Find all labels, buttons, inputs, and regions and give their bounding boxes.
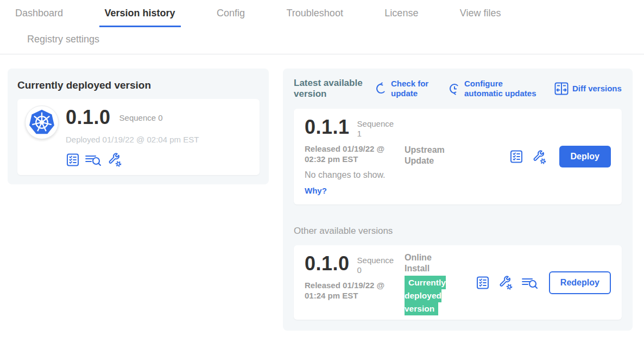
latest-version-sequence: Sequence 1	[357, 119, 401, 139]
online-install-label: Online Install	[405, 252, 448, 274]
currently-deployed-panel: Currently deployed version 0.1.0 Sequenc…	[8, 69, 269, 184]
app-logo	[25, 105, 59, 139]
tab-registry-settings[interactable]: Registry settings	[22, 34, 105, 45]
check-for-update-label: Check for update	[391, 79, 432, 98]
latest-version-number: 0.1.1	[305, 117, 350, 137]
tab-troubleshoot[interactable]: Troubleshoot	[281, 8, 349, 26]
latest-released-timestamp: Released 01/19/22 @ 02:32 pm EST	[305, 144, 392, 164]
latest-version-actions: Deploy	[509, 146, 611, 167]
upstream-update-label: Upstream Update	[405, 145, 448, 166]
no-changes-text: No changes to show.	[305, 170, 611, 180]
top-navigation: Dashboard Version history Config Trouble…	[0, 0, 644, 54]
latest-version-source: Upstream Update	[405, 145, 475, 166]
refresh-icon	[375, 82, 387, 95]
diff-versions-label: Diff versions	[572, 84, 622, 94]
other-version-sequence: Sequence 0	[357, 256, 401, 275]
tabs-row-2: Registry settings	[0, 27, 644, 54]
available-versions-panel: Latest available version Check for updat…	[283, 69, 633, 331]
deploy-logs-icon[interactable]	[85, 153, 102, 167]
other-version-source: Online Install Currently deployed versio…	[405, 252, 475, 315]
config-edit-icon[interactable]	[107, 152, 123, 167]
current-version-info: 0.1.0 Sequence 0 Deployed 01/19/22 @ 02:…	[66, 105, 199, 167]
deployed-timestamp: Deployed 01/19/22 @ 02:04 pm EST	[66, 135, 199, 144]
tab-view-files[interactable]: View files	[454, 8, 507, 26]
config-edit-icon[interactable]	[532, 149, 547, 165]
tab-version-history[interactable]: Version history	[99, 8, 181, 27]
preflight-checks-icon[interactable]	[476, 276, 490, 290]
currently-deployed-badge-wrap: Currently deployed version	[405, 276, 452, 315]
other-released-timestamp: Released 01/19/22 @ 01:24 pm EST	[305, 280, 392, 301]
latest-version-header: Latest available version Check for updat…	[294, 78, 622, 100]
config-edit-icon[interactable]	[498, 275, 514, 290]
latest-version-title: Latest available version	[294, 78, 371, 100]
tab-license[interactable]: License	[379, 8, 424, 26]
currently-deployed-title: Currently deployed version	[17, 79, 260, 91]
preflight-checks-icon[interactable]	[509, 150, 523, 164]
other-version-number: 0.1.0	[305, 254, 350, 274]
diff-versions-link[interactable]: Diff versions	[554, 82, 622, 95]
redeploy-button[interactable]: Redeploy	[549, 271, 611, 294]
kubernetes-icon	[28, 109, 55, 136]
preflight-checks-icon[interactable]	[66, 153, 80, 167]
other-version-actions: Redeploy	[476, 271, 611, 294]
configure-automatic-updates-label: Configure automatic updates	[464, 79, 541, 98]
main-content: Currently deployed version 0.1.0 Sequenc…	[0, 54, 644, 331]
current-sequence: Sequence 0	[119, 113, 163, 123]
tab-config[interactable]: Config	[211, 8, 250, 26]
latest-version-card: 0.1.1 Sequence 1 Released 01/19/22 @ 02:…	[294, 109, 622, 204]
other-version-card: 0.1.0 Sequence 0 Released 01/19/22 @ 01:…	[294, 245, 622, 320]
current-version-actions	[66, 152, 199, 167]
currently-deployed-badge: Currently deployed version	[405, 276, 446, 315]
other-versions-header: Other available versions	[294, 226, 622, 237]
tabs-row-1: Dashboard Version history Config Trouble…	[0, 8, 644, 27]
currently-deployed-card: 0.1.0 Sequence 0 Deployed 01/19/22 @ 02:…	[17, 99, 260, 175]
why-link[interactable]: Why?	[305, 186, 611, 195]
current-version-number: 0.1.0	[66, 108, 111, 127]
auto-update-icon	[449, 82, 460, 95]
configure-automatic-updates-link[interactable]: Configure automatic updates	[449, 79, 541, 98]
deploy-button[interactable]: Deploy	[559, 146, 611, 167]
deploy-logs-icon[interactable]	[522, 276, 538, 290]
tab-dashboard[interactable]: Dashboard	[10, 8, 68, 26]
check-for-update-link[interactable]: Check for update	[375, 79, 432, 98]
diff-icon	[554, 82, 569, 95]
